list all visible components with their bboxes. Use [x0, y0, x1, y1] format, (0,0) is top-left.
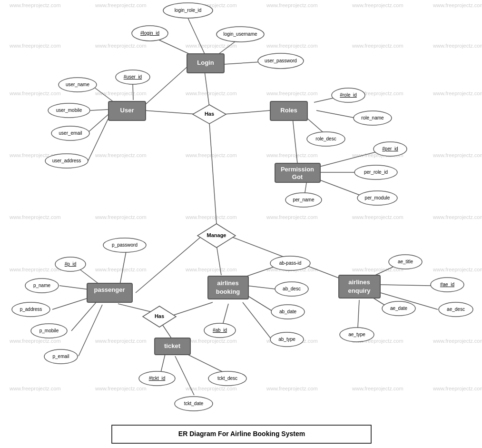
svg-line-92: [161, 352, 166, 372]
per-id-text: #per_id: [382, 146, 398, 151]
svg-text:www.freeprojectz.com: www.freeprojectz.com: [185, 338, 237, 344]
svg-line-93: [183, 352, 224, 372]
svg-line-69: [209, 123, 216, 224]
svg-text:www.freeprojectz.com: www.freeprojectz.com: [433, 214, 482, 220]
svg-line-71: [216, 245, 221, 275]
tckt-id-text: #tckt_id: [149, 376, 165, 381]
svg-text:www.freeprojectz.com: www.freeprojectz.com: [352, 43, 403, 49]
ae-desc-text: ae_desc: [447, 307, 465, 312]
role-desc-text: role_desc: [315, 136, 336, 141]
per-module-text: per_module: [365, 195, 390, 200]
roles-label: Roles: [280, 107, 297, 114]
ab-id-text: #ab_id: [213, 328, 227, 333]
svg-text:www.freeprojectz.com: www.freeprojectz.com: [95, 386, 147, 391]
svg-text:www.freeprojectz.com: www.freeprojectz.com: [9, 386, 61, 391]
svg-line-52: [145, 62, 193, 105]
svg-text:www.freeprojectz.com: www.freeprojectz.com: [9, 90, 61, 96]
svg-text:www.freeprojectz.com: www.freeprojectz.com: [352, 214, 403, 220]
svg-line-91: [358, 300, 359, 328]
svg-line-48: [188, 18, 205, 54]
svg-text:www.freeprojectz.com: www.freeprojectz.com: [185, 267, 237, 272]
airlines-enquiry-label1: airlines: [348, 279, 370, 286]
svg-text:www.freeprojectz.com: www.freeprojectz.com: [9, 43, 61, 49]
svg-text:www.freeprojectz.com: www.freeprojectz.com: [9, 267, 61, 272]
svg-line-82: [244, 266, 277, 277]
tckt-date-text: tckt_date: [184, 401, 204, 406]
login-label: Login: [197, 59, 214, 66]
permission-label: Permission: [281, 166, 314, 173]
airlines-enquiry-label2: enquiry: [348, 287, 371, 294]
user-mobile-text: user_mobile: [56, 108, 82, 113]
svg-text:www.freeprojectz.com: www.freeprojectz.com: [185, 90, 237, 96]
svg-line-84: [245, 294, 271, 310]
user-id-text: #user_id: [124, 74, 142, 80]
svg-line-57: [88, 114, 108, 132]
ae-id-text: #ae_id: [440, 282, 454, 287]
svg-text:www.freeprojectz.com: www.freeprojectz.com: [433, 90, 482, 96]
has-label: Has: [205, 111, 214, 117]
svg-text:www.freeprojectz.com: www.freeprojectz.com: [266, 43, 318, 49]
svg-text:www.freeprojectz.com: www.freeprojectz.com: [433, 43, 482, 49]
svg-text:www.freeprojectz.com: www.freeprojectz.com: [9, 2, 61, 8]
svg-text:www.freeprojectz.com: www.freeprojectz.com: [433, 386, 482, 391]
svg-text:www.freeprojectz.com: www.freeprojectz.com: [266, 214, 318, 220]
svg-text:www.freeprojectz.com: www.freeprojectz.com: [95, 267, 147, 272]
svg-text:www.freeprojectz.com: www.freeprojectz.com: [185, 43, 237, 49]
svg-text:www.freeprojectz.com: www.freeprojectz.com: [95, 214, 147, 220]
svg-line-60: [144, 110, 197, 114]
svg-line-83: [246, 286, 275, 289]
per-role-id-text: per_role_id: [364, 169, 388, 175]
p-id-text: #p_id: [65, 261, 76, 267]
svg-text:www.freeprojectz.com: www.freeprojectz.com: [352, 386, 403, 391]
svg-line-64: [293, 118, 297, 163]
ae-type-text: ae_type: [348, 332, 365, 337]
svg-text:www.freeprojectz.com: www.freeprojectz.com: [95, 43, 147, 49]
role-id-text: #role_id: [340, 92, 357, 98]
ae-date-text: ae_date: [390, 306, 408, 311]
p-name-text: p_name: [33, 283, 51, 288]
user-address-text: user_address: [52, 158, 81, 163]
tckt-desc-text: tckt_desc: [217, 376, 237, 381]
svg-text:www.freeprojectz.com: www.freeprojectz.com: [433, 267, 482, 272]
svg-text:www.freeprojectz.com: www.freeprojectz.com: [185, 152, 237, 158]
ab-date-text: ab_date: [279, 309, 297, 314]
permission-label2: Got: [292, 173, 303, 180]
svg-line-59: [224, 110, 270, 114]
login-username-text: login_username: [223, 31, 257, 37]
airlines-booking-label2: booking: [216, 288, 240, 295]
role-name-text: role_name: [361, 115, 384, 120]
svg-text:www.freeprojectz.com: www.freeprojectz.com: [352, 2, 403, 8]
svg-line-65: [320, 151, 378, 167]
ticket-label: ticket: [164, 342, 181, 349]
svg-line-55: [95, 88, 114, 102]
svg-text:www.freeprojectz.com: www.freeprojectz.com: [433, 2, 482, 8]
svg-text:www.freeprojectz.com: www.freeprojectz.com: [9, 338, 61, 344]
p-password-text: p_password: [112, 242, 138, 248]
svg-line-80: [169, 302, 213, 317]
svg-text:www.freeprojectz.com: www.freeprojectz.com: [266, 152, 318, 158]
airlines-booking-label1: airlines: [217, 279, 239, 287]
svg-text:www.freeprojectz.com: www.freeprojectz.com: [185, 214, 237, 220]
login-id-text: #login_id: [140, 30, 159, 36]
p-mobile-text: p_mobile: [39, 328, 59, 333]
svg-text:www.freeprojectz.com: www.freeprojectz.com: [95, 2, 147, 8]
user-name-text: user_name: [66, 82, 89, 87]
per-name-text: per_name: [293, 197, 314, 202]
manage-label: Manage: [207, 232, 226, 238]
svg-line-53: [205, 71, 209, 107]
er-diagram: www.freeprojectz.com www.freeprojectz.co…: [0, 0, 482, 448]
svg-line-54: [133, 83, 133, 100]
svg-text:www.freeprojectz.com: www.freeprojectz.com: [185, 386, 237, 391]
svg-line-62: [316, 110, 356, 118]
svg-line-88: [381, 285, 431, 286]
svg-line-78: [79, 305, 102, 356]
svg-text:www.freeprojectz.com: www.freeprojectz.com: [266, 90, 318, 96]
svg-text:www.freeprojectz.com: www.freeprojectz.com: [266, 2, 318, 8]
svg-text:www.freeprojectz.com: www.freeprojectz.com: [433, 338, 482, 344]
user-label: User: [120, 107, 134, 114]
svg-line-94: [175, 356, 194, 395]
p-email-text: p_email: [52, 354, 69, 359]
svg-line-58: [88, 118, 108, 161]
svg-line-68: [320, 180, 363, 196]
svg-line-73: [120, 251, 126, 285]
